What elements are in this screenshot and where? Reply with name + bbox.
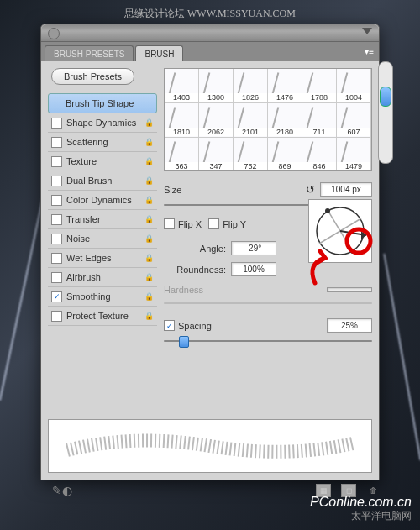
hardness-label: Hardness (164, 285, 203, 295)
grid-scrollbar[interactable] (378, 61, 393, 164)
svg-point-6 (350, 249, 355, 254)
brush-size-label: 2101 (234, 128, 267, 136)
option-checkbox[interactable] (51, 311, 62, 322)
option-checkbox[interactable] (51, 195, 62, 206)
brush-size-label: 2062 (199, 128, 233, 136)
brush-thumb[interactable]: 711 (302, 103, 337, 138)
lock-icon[interactable]: 🔒 (144, 196, 154, 204)
option-transfer[interactable]: Transfer🔒 (48, 210, 157, 229)
footer-sub: 太平洋电脑网 (351, 509, 412, 523)
option-checkbox[interactable] (51, 156, 62, 167)
lock-icon[interactable]: 🔒 (144, 292, 154, 301)
window-bar[interactable] (41, 24, 379, 42)
lock-icon[interactable]: 🔒 (144, 176, 154, 185)
lock-icon[interactable]: 🔒 (144, 234, 154, 243)
brush-thumb[interactable]: 1826 (234, 69, 268, 103)
brush-thumb[interactable]: 1300 (199, 69, 234, 103)
panel-menu-icon[interactable]: ▾≡ (365, 47, 374, 56)
brush-size-label: 1403 (165, 93, 198, 102)
option-color-dynamics[interactable]: Color Dynamics🔒 (48, 191, 157, 210)
brush-thumb[interactable]: 752 (234, 138, 268, 171)
tab-brush[interactable]: BRUSH (135, 45, 183, 61)
option-shape-dynamics[interactable]: Shape Dynamics🔒 (48, 113, 157, 133)
window-menu-icon[interactable] (362, 28, 372, 34)
option-airbrush[interactable]: Airbrush🔒 (48, 268, 157, 287)
option-scattering[interactable]: Scattering🔒 (48, 133, 157, 152)
spacing-checkbox[interactable]: ✓ (164, 320, 175, 331)
angle-input[interactable]: -29° (231, 241, 276, 255)
option-label: Dual Brush (66, 176, 112, 186)
flip-y-label: Flip Y (223, 219, 246, 229)
lock-icon[interactable]: 🔒 (144, 273, 154, 281)
brush-thumb[interactable]: 2062 (199, 103, 234, 138)
reset-size-icon[interactable]: ↺ (306, 183, 315, 196)
lock-icon[interactable]: 🔒 (144, 138, 154, 146)
lock-icon[interactable]: 🔒 (144, 157, 154, 165)
spacing-slider[interactable] (164, 334, 372, 348)
tab-bar: BRUSH PRESETS BRUSH ▾≡ (41, 42, 379, 61)
option-checkbox[interactable] (51, 214, 62, 225)
brush-toggle-icon[interactable]: ✎◐ (52, 484, 72, 497)
options-sidebar: Brush Presets Brush Tip ShapeShape Dynam… (41, 61, 162, 464)
brush-thumb[interactable]: 363 (165, 138, 199, 171)
brush-thumb[interactable]: 1810 (165, 103, 199, 138)
option-protect-texture[interactable]: Protect Texture🔒 (48, 307, 157, 326)
option-checkbox[interactable] (51, 234, 62, 244)
brush-size-label: 1810 (165, 128, 198, 136)
option-smoothing[interactable]: ✓Smoothing🔒 (48, 287, 157, 307)
angle-label: Angle: (164, 244, 226, 254)
window-dot-icon[interactable] (48, 28, 60, 39)
brush-thumb[interactable]: 347 (199, 138, 234, 171)
brush-thumb[interactable]: 2101 (234, 103, 268, 138)
hardness-input (327, 287, 372, 292)
option-label: Noise (66, 234, 90, 244)
brush-size-label: 363 (165, 162, 198, 171)
brush-thumb[interactable]: 846 (302, 138, 337, 171)
brush-thumbnail-grid[interactable]: 1403130018261476178810041810206221012180… (164, 68, 372, 171)
brush-size-label: 1826 (234, 93, 267, 102)
option-dual-brush[interactable]: Dual Brush🔒 (48, 171, 157, 191)
brush-size-label: 869 (268, 162, 302, 171)
option-checkbox[interactable]: ✓ (51, 291, 62, 302)
footer-brand: PConline.com.cn (310, 495, 412, 510)
option-checkbox[interactable] (51, 176, 62, 186)
size-input[interactable]: 1004 px (320, 182, 372, 197)
brush-thumb[interactable]: 1476 (268, 69, 302, 103)
brush-thumb[interactable]: 1479 (337, 138, 371, 171)
spacing-input[interactable]: 25% (327, 318, 372, 333)
option-texture[interactable]: Texture🔒 (48, 152, 157, 171)
option-brush-tip-shape[interactable]: Brush Tip Shape (48, 93, 157, 113)
flip-x-label: Flip X (178, 219, 202, 229)
lock-icon[interactable]: 🔒 (144, 215, 154, 223)
grid-scroll-thumb[interactable] (380, 87, 391, 107)
brush-thumb[interactable]: 2180 (268, 103, 302, 138)
flip-y-checkbox[interactable] (208, 218, 219, 229)
option-label: Airbrush (66, 272, 101, 282)
tab-brush-presets[interactable]: BRUSH PRESETS (45, 45, 134, 61)
brush-size-label: 1476 (268, 93, 302, 102)
option-label: Protect Texture (66, 311, 129, 321)
size-label: Size (164, 185, 181, 195)
lock-icon[interactable]: 🔒 (144, 254, 154, 262)
option-noise[interactable]: Noise🔒 (48, 229, 157, 249)
option-wet-edges[interactable]: Wet Edges🔒 (48, 249, 157, 268)
flip-x-checkbox[interactable] (164, 218, 175, 229)
angle-dial[interactable] (308, 199, 372, 263)
option-checkbox[interactable] (51, 272, 62, 283)
lock-icon[interactable]: 🔒 (144, 118, 154, 127)
option-label: Scattering (66, 137, 108, 147)
option-checkbox[interactable] (51, 118, 62, 129)
option-checkbox[interactable] (51, 137, 62, 148)
brush-thumb[interactable]: 1004 (337, 69, 371, 103)
brush-thumb[interactable]: 869 (268, 138, 302, 171)
option-checkbox[interactable] (51, 253, 62, 264)
roundness-input[interactable]: 100% (231, 262, 276, 276)
brush-thumb[interactable]: 1403 (165, 69, 199, 103)
brush-thumb[interactable]: 607 (337, 103, 371, 138)
stroke-preview (48, 419, 372, 473)
brush-thumb[interactable]: 1788 (302, 69, 337, 103)
lock-icon[interactable]: 🔒 (144, 312, 154, 320)
option-checkbox[interactable] (52, 99, 61, 108)
brush-size-label: 1004 (337, 93, 370, 102)
brush-presets-button[interactable]: Brush Presets (51, 68, 134, 85)
